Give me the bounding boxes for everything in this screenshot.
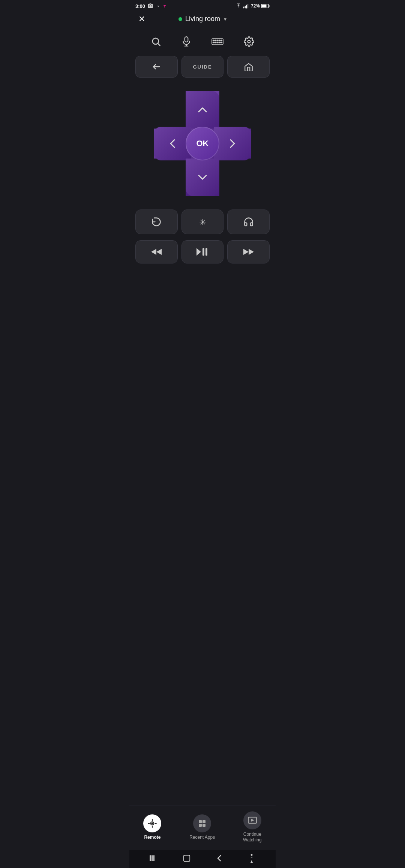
svg-rect-39 bbox=[202, 824, 206, 827]
svg-rect-8 bbox=[268, 5, 269, 7]
svg-rect-36 bbox=[199, 820, 202, 823]
svg-rect-45 bbox=[184, 855, 190, 861]
signal-icon bbox=[243, 3, 249, 9]
svg-marker-33 bbox=[249, 249, 254, 255]
svg-rect-30 bbox=[202, 248, 204, 256]
chevron-up-icon bbox=[197, 106, 208, 114]
svg-point-46 bbox=[250, 854, 252, 856]
svg-rect-4 bbox=[246, 5, 247, 9]
chevron-left-icon bbox=[169, 138, 176, 149]
svg-rect-16 bbox=[215, 40, 216, 41]
keyboard-button[interactable] bbox=[208, 34, 226, 49]
svg-text:✳: ✳ bbox=[199, 217, 206, 227]
mic-button[interactable] bbox=[178, 33, 194, 50]
system-nav-bar bbox=[129, 850, 276, 868]
dpad-ok-button[interactable]: OK bbox=[186, 127, 219, 160]
back-button[interactable] bbox=[135, 56, 178, 78]
svg-line-10 bbox=[158, 43, 160, 45]
time-display: 3:00 bbox=[135, 3, 145, 9]
media-row-1: ✳ bbox=[129, 210, 276, 234]
replay-icon bbox=[151, 217, 162, 227]
nav-item-remote[interactable]: Remote bbox=[137, 813, 167, 841]
svg-marker-32 bbox=[243, 249, 249, 255]
svg-rect-18 bbox=[219, 40, 220, 41]
battery-icon bbox=[261, 4, 270, 8]
svg-rect-19 bbox=[221, 40, 222, 41]
sys-nav-home-button[interactable] bbox=[183, 855, 190, 862]
rewind-icon bbox=[150, 247, 162, 256]
headphones-button[interactable] bbox=[227, 210, 270, 234]
search-button[interactable] bbox=[148, 33, 164, 50]
svg-rect-37 bbox=[202, 820, 206, 823]
remote-icon bbox=[147, 819, 157, 828]
svg-marker-28 bbox=[156, 249, 162, 255]
camera-icon bbox=[147, 3, 153, 9]
svg-point-0 bbox=[149, 5, 151, 7]
svg-rect-22 bbox=[217, 42, 218, 43]
svg-rect-11 bbox=[185, 37, 188, 42]
svg-rect-43 bbox=[152, 855, 153, 861]
svg-rect-42 bbox=[150, 855, 151, 861]
download-icon bbox=[156, 3, 161, 9]
svg-rect-15 bbox=[213, 40, 214, 41]
room-indicator[interactable]: Living room ▾ bbox=[178, 15, 226, 23]
svg-rect-23 bbox=[219, 42, 220, 43]
home-sys-icon bbox=[183, 855, 190, 862]
accessibility-icon bbox=[248, 854, 255, 863]
status-bar: 3:00 T 72% bbox=[129, 0, 276, 10]
dpad-down-button[interactable] bbox=[186, 159, 219, 196]
dpad-up-button[interactable] bbox=[186, 91, 219, 129]
svg-rect-2 bbox=[243, 7, 244, 9]
recent-apps-sys-icon bbox=[150, 855, 157, 861]
mic-icon bbox=[182, 36, 191, 47]
play-pause-button[interactable] bbox=[182, 240, 224, 263]
status-left: 3:00 T bbox=[135, 3, 168, 9]
tmobile-icon: T bbox=[163, 3, 168, 9]
svg-rect-7 bbox=[262, 4, 267, 7]
nav-item-recent-apps[interactable]: Recent Apps bbox=[183, 813, 221, 841]
svg-rect-17 bbox=[217, 40, 218, 41]
nav-item-continue-watching[interactable]: ContinueWatching bbox=[237, 810, 268, 844]
continue-watching-nav-label: ContinueWatching bbox=[243, 832, 262, 843]
svg-rect-5 bbox=[248, 4, 248, 8]
remote-icon-bg bbox=[143, 814, 161, 832]
svg-point-25 bbox=[248, 40, 250, 43]
home-button[interactable] bbox=[227, 56, 270, 78]
fast-forward-button[interactable] bbox=[227, 240, 270, 263]
svg-rect-3 bbox=[245, 6, 246, 8]
close-button[interactable]: ✕ bbox=[137, 13, 147, 25]
status-right: 72% bbox=[235, 3, 270, 9]
replay-button[interactable] bbox=[135, 210, 178, 234]
search-icon bbox=[151, 36, 161, 47]
svg-marker-27 bbox=[151, 249, 156, 255]
continue-watching-icon-bg bbox=[243, 811, 261, 829]
chevron-down-icon bbox=[197, 174, 208, 181]
svg-rect-14 bbox=[212, 39, 223, 45]
dpad: OK bbox=[154, 91, 251, 196]
remote-nav-label: Remote bbox=[144, 835, 160, 840]
sys-nav-accessibility-button[interactable] bbox=[248, 854, 255, 863]
asterisk-icon: ✳ bbox=[197, 217, 208, 227]
battery-label: 72% bbox=[251, 3, 260, 9]
back-arrow-icon bbox=[152, 63, 161, 70]
gear-icon bbox=[244, 36, 254, 47]
svg-rect-31 bbox=[206, 248, 207, 256]
chevron-down-icon: ▾ bbox=[224, 16, 226, 22]
recent-apps-icon-bg bbox=[193, 814, 211, 832]
svg-point-35 bbox=[152, 823, 153, 824]
settings-button[interactable] bbox=[241, 33, 257, 50]
svg-marker-41 bbox=[251, 819, 255, 822]
continue-watching-icon bbox=[248, 816, 257, 825]
sys-nav-back-button[interactable] bbox=[216, 855, 222, 862]
recent-apps-icon bbox=[198, 819, 207, 828]
bottom-nav: Remote Recent Apps ContinueWatching bbox=[129, 805, 276, 850]
guide-button[interactable]: GUIDE bbox=[182, 56, 224, 78]
rewind-button[interactable] bbox=[135, 240, 178, 263]
dpad-right-button[interactable] bbox=[214, 127, 251, 160]
svg-text:T: T bbox=[164, 4, 166, 8]
svg-rect-24 bbox=[221, 42, 222, 43]
dpad-container: OK bbox=[129, 84, 276, 204]
star-button[interactable]: ✳ bbox=[182, 210, 224, 234]
header: ✕ Living room ▾ bbox=[129, 10, 276, 27]
sys-nav-recent-button[interactable] bbox=[150, 855, 157, 861]
